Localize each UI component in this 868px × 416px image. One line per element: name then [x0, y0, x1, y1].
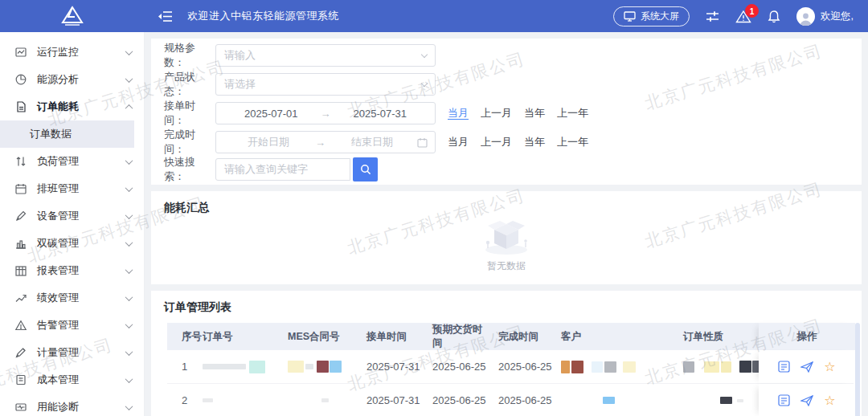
- sidebar-item-metering-mgmt[interactable]: 计量管理: [0, 339, 144, 366]
- receive-date-range-picker[interactable]: 2025-07-01 → 2025-07-31: [215, 102, 436, 124]
- sidebar-item-run-monitor[interactable]: 运行监控: [0, 39, 144, 66]
- receive-end-date[interactable]: 2025-07-31: [333, 108, 428, 120]
- col-header-receive-time: 接单时间: [360, 330, 426, 344]
- dispatch-button[interactable]: [800, 361, 813, 373]
- finish-date-range-picker[interactable]: 开始日期 → 结束日期: [215, 131, 436, 153]
- detail-button[interactable]: [778, 394, 790, 406]
- sidebar-nav: 运行监控 能源分析 订单能耗 订单数据 负荷管理 排班管理 设备管理: [0, 32, 145, 416]
- cell-seq: 2: [167, 394, 203, 406]
- table-section-title: 订单管理列表: [158, 297, 862, 315]
- dispatch-button[interactable]: [800, 395, 813, 406]
- main-content: 规格参数： 请输入 产品状态： 请选择 接单时间： 2025-07-01 → 2…: [145, 32, 868, 416]
- chevron-down-icon: [125, 375, 133, 383]
- sidebar-item-energy-analysis[interactable]: 能源分析: [0, 66, 144, 93]
- quick-link-current-month[interactable]: 当月: [448, 135, 469, 149]
- cell-order-nature-redacted: [675, 397, 759, 404]
- sidebar-item-order-energy[interactable]: 订单能耗: [0, 93, 144, 120]
- receive-quick-links: 当月 上一月 当年 上一年: [448, 106, 588, 120]
- quick-link-current-year[interactable]: 当年: [524, 135, 545, 149]
- quick-link-current-month[interactable]: 当月: [448, 106, 469, 120]
- sidebar-item-report-mgmt[interactable]: 报表管理: [0, 257, 144, 284]
- detail-button[interactable]: [778, 361, 790, 373]
- trend-line-icon: [14, 292, 27, 304]
- cell-receive-time: 2025-07-31: [360, 361, 426, 373]
- sidebar-item-label: 告警管理: [37, 318, 126, 332]
- pie-chart-icon: [14, 73, 27, 86]
- empty-state-text: 暂无数据: [480, 259, 533, 273]
- sidebar-item-energy-diagnosis[interactable]: 用能诊断: [0, 394, 144, 416]
- table-row[interactable]: 1 2025-07-31 2025-06-25 2025-06-25 ☆: [167, 350, 854, 384]
- search-icon: [360, 164, 371, 175]
- quick-link-last-year[interactable]: 上一年: [557, 106, 588, 120]
- chevron-down-icon: [125, 266, 133, 274]
- big-screen-button[interactable]: 系统大屏: [613, 6, 690, 27]
- sidebar-item-performance-mgmt[interactable]: 绩效管理: [0, 284, 144, 312]
- cell-expected-delivery: 2025-06-25: [426, 394, 492, 406]
- finish-end-date[interactable]: 结束日期: [327, 135, 417, 149]
- cell-actions: ☆: [759, 384, 855, 416]
- settings-sliders-icon[interactable]: [706, 10, 719, 22]
- cell-receive-time: 2025-07-31: [360, 394, 426, 406]
- product-status-label: 产品状态：: [164, 70, 215, 99]
- range-arrow-icon: →: [313, 137, 327, 149]
- cell-mes-no-redacted: [288, 361, 360, 373]
- range-arrow-icon: →: [319, 108, 333, 120]
- cell-seq: 1: [167, 361, 203, 373]
- energy-summary-card: 能耗汇总 暂无数据: [151, 191, 862, 284]
- chevron-up-icon: [125, 104, 133, 112]
- col-header-order-no: 订单号: [203, 330, 288, 344]
- search-input[interactable]: 请输入查询关键字: [215, 158, 350, 181]
- quick-link-last-month[interactable]: 上一月: [481, 135, 512, 149]
- sidebar-item-alarm-mgmt[interactable]: 告警管理: [0, 312, 144, 339]
- filter-form-card: 规格参数： 请输入 产品状态： 请选择 接单时间： 2025-07-01 → 2…: [151, 39, 862, 185]
- sidebar-item-label: 订单能耗: [37, 100, 126, 114]
- quick-link-last-year[interactable]: 上一年: [557, 135, 588, 149]
- alert-triangle-icon: [14, 319, 27, 332]
- cell-order-no-redacted: [203, 361, 288, 373]
- spec-param-select[interactable]: 请输入: [215, 44, 436, 67]
- sidebar-item-device-mgmt[interactable]: 设备管理: [0, 202, 144, 230]
- sidebar-item-cost-mgmt[interactable]: 成本管理: [0, 366, 144, 394]
- sidebar-item-shift-mgmt[interactable]: 排班管理: [0, 175, 144, 202]
- cost-doc-icon: [14, 373, 27, 386]
- user-menu[interactable]: 欢迎您,: [796, 7, 854, 26]
- sidebar-item-label: 双碳管理: [37, 236, 126, 251]
- screen-icon: [624, 11, 636, 22]
- chevron-down-icon: [125, 239, 133, 247]
- sidebar-item-label: 报表管理: [37, 263, 126, 278]
- quick-link-current-year[interactable]: 当年: [524, 106, 545, 120]
- calendar-icon: [417, 137, 428, 148]
- chevron-down-icon: [125, 348, 133, 356]
- favorite-star-icon[interactable]: ☆: [824, 394, 835, 407]
- logo-triangle-icon: [60, 6, 84, 27]
- company-logo[interactable]: [0, 0, 145, 32]
- sidebar-subitem-order-data[interactable]: 订单数据: [0, 120, 134, 148]
- alarm-warning-icon[interactable]: 1: [735, 10, 751, 23]
- col-header-customer: 客户: [555, 330, 675, 344]
- page-title: 欢迎进入中铝东轻能源管理系统: [187, 9, 339, 23]
- product-status-select[interactable]: 请选择: [215, 73, 436, 96]
- cell-order-nature-redacted: [675, 361, 759, 373]
- col-header-order-nature: 订单性质: [675, 330, 759, 344]
- spec-param-placeholder: 请输入: [224, 48, 256, 63]
- table-vertical-scrollbar[interactable]: [855, 323, 860, 416]
- search-button[interactable]: [353, 157, 378, 181]
- finish-start-date[interactable]: 开始日期: [223, 135, 313, 149]
- favorite-star-icon[interactable]: ☆: [824, 361, 835, 373]
- chevron-down-icon: [421, 80, 428, 86]
- spec-param-label: 规格参数：: [164, 41, 215, 70]
- sidebar-item-dual-carbon[interactable]: 双碳管理: [0, 230, 144, 257]
- sidebar-item-label: 计量管理: [37, 345, 126, 360]
- notification-bell-icon[interactable]: [768, 10, 780, 23]
- chevron-down-icon: [125, 47, 133, 55]
- chevron-down-icon: [125, 211, 133, 219]
- receive-start-date[interactable]: 2025-07-01: [223, 108, 319, 120]
- order-file-icon: [14, 100, 27, 113]
- order-list-card: 订单管理列表 序号 订单号 MES合同号 接单时间 预期交货时间 完成时间 客户…: [151, 291, 862, 416]
- chevron-down-icon: [125, 184, 133, 192]
- quick-link-last-month[interactable]: 上一月: [481, 106, 512, 120]
- table-row[interactable]: 2 2025-07-31 2025-06-25 2025-06-25 ☆: [167, 384, 854, 416]
- sidebar-item-load-mgmt[interactable]: 负荷管理: [0, 148, 144, 175]
- sidebar-collapse-icon[interactable]: [158, 10, 173, 22]
- cell-expected-delivery: 2025-06-25: [426, 361, 492, 373]
